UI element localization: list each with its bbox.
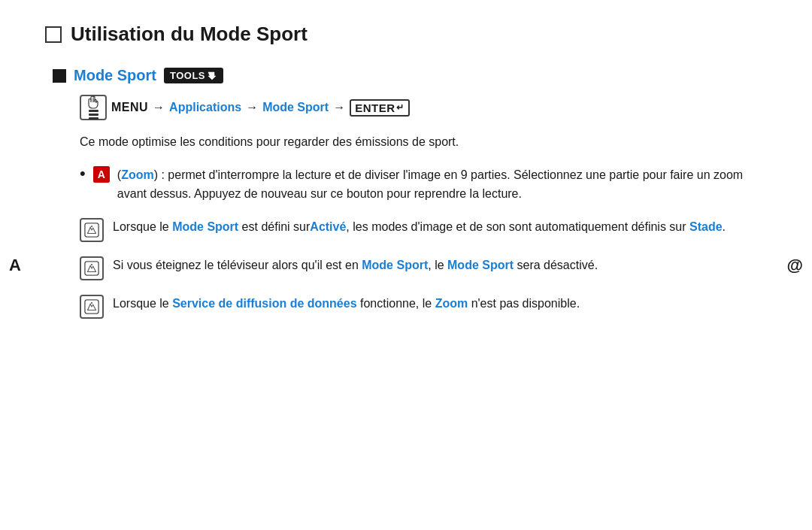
note1-link1: Mode Sport: [172, 220, 238, 233]
tools-badge: TOOLS: [164, 68, 223, 83]
note2-link1: Mode Sport: [362, 259, 428, 271]
menu-separator-2: →: [246, 101, 258, 114]
checkbox-svg: [49, 30, 58, 39]
note-text-2: Si vous éteignez le téléviseur alors qu'…: [113, 256, 598, 275]
pencil-svg-2: [84, 261, 99, 276]
tools-arrow-icon: [207, 71, 217, 81]
note-icon-1: [80, 218, 104, 242]
note-item-1: Lorsque le Mode Sport est défini surActi…: [80, 217, 767, 242]
section-title: Mode Sport: [74, 67, 156, 84]
note2-link2: Mode Sport: [447, 259, 514, 271]
enter-label: ENTER: [355, 101, 395, 114]
applications-link: Applications: [169, 101, 241, 114]
note3-link2: Zoom: [435, 297, 468, 310]
note1-link3: Stade: [689, 220, 723, 233]
menu-navigation: MENU → Applications → Mode Sport → ENTER…: [80, 95, 767, 120]
page-title: Utilisation du Mode Sport: [71, 23, 308, 46]
bullet-item: • A (Zoom) : permet d'interrompre la lec…: [80, 165, 767, 204]
svg-rect-0: [49, 30, 58, 39]
menu-hand-icon: [80, 95, 107, 120]
svg-point-10: [91, 302, 92, 304]
menu-label: MENU: [111, 101, 148, 114]
bullet-text: (Zoom) : permet d'interrompre la lecture…: [117, 165, 767, 204]
description-text: Ce mode optimise les conditions pour reg…: [80, 132, 767, 152]
note-item-2: Si vous éteignez le téléviseur alors qu'…: [80, 256, 767, 280]
a-button-badge: A: [93, 166, 110, 183]
menu-separator-1: →: [153, 101, 165, 114]
checkbox-icon: [45, 26, 62, 43]
svg-point-6: [91, 226, 92, 227]
note-text-1: Lorsque le Mode Sport est défini surActi…: [113, 217, 726, 237]
black-square-icon: [53, 69, 66, 83]
side-label-a: A: [9, 256, 21, 275]
pencil-svg-1: [84, 223, 99, 238]
section-header: Mode Sport TOOLS: [53, 67, 767, 84]
enter-arrow-icon: ↵: [396, 102, 404, 113]
bullet-description: : permet d'interrompre la lecture et de …: [117, 168, 743, 201]
hand-svg: [87, 95, 99, 109]
pencil-svg-3: [84, 299, 99, 314]
note-text-3: Lorsque le Service de diffusion de donné…: [113, 294, 580, 313]
svg-point-8: [91, 264, 92, 265]
note-item-3: Lorsque le Service de diffusion de donné…: [80, 294, 767, 319]
menu-bars-icon: [89, 110, 98, 120]
note3-link1: Service de diffusion de données: [172, 297, 356, 310]
enter-badge: ENTER ↵: [350, 99, 410, 117]
tools-label: TOOLS: [170, 70, 205, 81]
menu-separator-3: →: [333, 101, 345, 114]
zoom-link: Zoom: [121, 168, 154, 181]
note-icon-2: [80, 256, 104, 280]
page-title-container: Utilisation du Mode Sport: [45, 23, 767, 46]
mode-sport-link-1: Mode Sport: [262, 101, 329, 114]
bullet-dot: •: [80, 164, 86, 183]
side-label-at: @: [787, 256, 803, 275]
note1-link2: Activé: [310, 220, 346, 233]
note-icon-3: [80, 295, 104, 319]
main-section: Mode Sport TOOLS: [53, 67, 767, 319]
